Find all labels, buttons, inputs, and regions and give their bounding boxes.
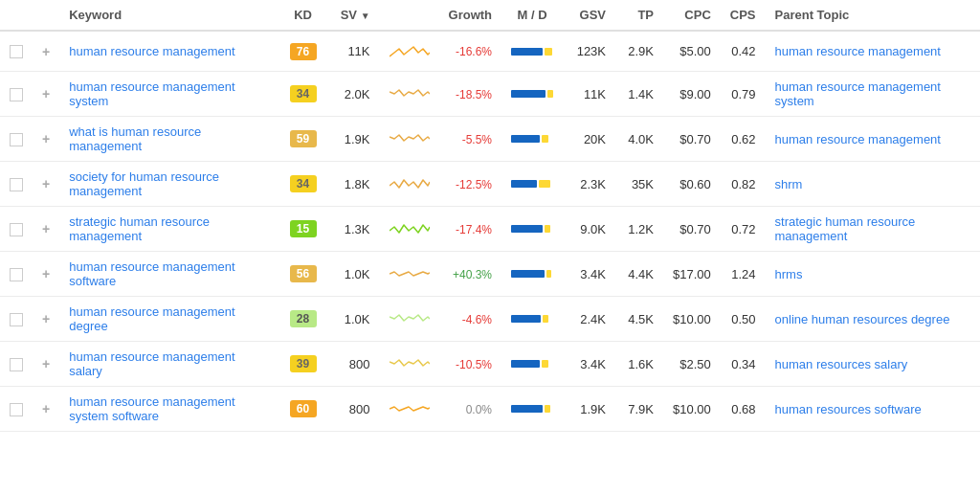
- sparkline-chart: [390, 262, 430, 283]
- row-plus-cell: +: [33, 252, 59, 297]
- row-checkbox[interactable]: [10, 178, 23, 191]
- row-expand-icon[interactable]: +: [42, 356, 50, 371]
- row-checkbox[interactable]: [10, 45, 23, 58]
- keyword-link[interactable]: human resource management salary: [69, 349, 234, 378]
- header-growth[interactable]: Growth: [439, 0, 502, 31]
- cpc-value: $10.00: [673, 402, 711, 416]
- row-checkbox[interactable]: [10, 403, 23, 416]
- row-chart-cell: [380, 162, 439, 207]
- md-bar: [511, 360, 553, 368]
- sparkline-chart: [390, 397, 430, 418]
- keyword-link[interactable]: human resource management system softwar…: [69, 394, 234, 423]
- row-cpc-cell: $2.50: [663, 342, 721, 387]
- row-expand-icon[interactable]: +: [42, 311, 50, 326]
- row-checkbox[interactable]: [10, 223, 23, 236]
- row-kd-cell: 76: [279, 31, 327, 72]
- row-expand-icon[interactable]: +: [42, 44, 50, 59]
- row-kd-cell: 34: [279, 72, 327, 117]
- keyword-link[interactable]: strategic human resource management: [69, 214, 210, 243]
- header-keyword[interactable]: Keyword: [59, 0, 278, 31]
- row-plus-cell: +: [33, 72, 59, 117]
- header-gsv[interactable]: GSV: [563, 0, 615, 31]
- parent-topic-link[interactable]: human resources software: [775, 402, 922, 416]
- row-tp-cell: 35K: [615, 162, 663, 207]
- md-bar-blue: [511, 360, 540, 368]
- sv-value: 2.0K: [345, 87, 370, 101]
- md-bar-yellow: [542, 135, 548, 143]
- sv-value: 800: [349, 402, 370, 416]
- header-sv[interactable]: SV ▼: [327, 0, 380, 31]
- keyword-link[interactable]: human resource management system: [69, 79, 234, 108]
- row-cps-cell: 0.50: [721, 297, 766, 342]
- header-cps[interactable]: CPS: [721, 0, 766, 31]
- md-bar-blue: [511, 225, 543, 233]
- sv-value: 1.3K: [345, 222, 370, 236]
- row-parent-cell: human resources salary: [766, 342, 980, 387]
- row-parent-cell: human resource management system: [766, 72, 980, 117]
- parent-topic-link[interactable]: strategic human resource management: [775, 214, 916, 243]
- md-bar-yellow: [545, 405, 550, 413]
- table-row: + strategic human resource management 15…: [0, 207, 980, 252]
- row-checkbox-cell: [0, 387, 33, 432]
- row-cps-cell: 0.42: [721, 31, 766, 72]
- gsv-value: 2.4K: [580, 312, 606, 326]
- header-cpc[interactable]: CPC: [663, 0, 721, 31]
- md-bar-yellow: [546, 270, 551, 278]
- growth-value: -17.4%: [456, 223, 492, 236]
- header-check: [0, 0, 33, 31]
- cpc-value: $0.60: [679, 177, 711, 191]
- kd-badge: 34: [290, 85, 317, 102]
- row-expand-icon[interactable]: +: [42, 221, 50, 236]
- row-expand-icon[interactable]: +: [42, 401, 50, 416]
- row-keyword-cell: society for human resource management: [59, 162, 278, 207]
- md-bar-yellow: [539, 180, 550, 188]
- md-bar: [511, 90, 553, 98]
- row-checkbox[interactable]: [10, 268, 23, 281]
- row-checkbox[interactable]: [10, 313, 23, 326]
- tp-value: 4.4K: [628, 267, 654, 281]
- gsv-value: 20K: [584, 132, 606, 146]
- row-checkbox[interactable]: [10, 358, 23, 371]
- row-tp-cell: 1.6K: [615, 342, 663, 387]
- parent-topic-link[interactable]: human resource management: [775, 44, 941, 58]
- parent-topic-link[interactable]: shrm: [775, 177, 803, 191]
- row-checkbox[interactable]: [10, 133, 23, 146]
- row-chart-cell: [380, 342, 439, 387]
- cpc-value: $10.00: [673, 312, 711, 326]
- parent-topic-link[interactable]: human resources salary: [775, 357, 908, 371]
- header-parent-topic[interactable]: Parent Topic: [766, 0, 980, 31]
- row-gsv-cell: 2.3K: [563, 162, 615, 207]
- keyword-link[interactable]: human resource management software: [69, 259, 234, 288]
- header-kd[interactable]: KD: [279, 0, 327, 31]
- parent-topic-link[interactable]: human resource management: [775, 132, 941, 146]
- row-cpc-cell: $0.70: [663, 117, 721, 162]
- header-md[interactable]: M / D: [501, 0, 563, 31]
- row-chart-cell: [380, 207, 439, 252]
- row-expand-icon[interactable]: +: [42, 86, 50, 101]
- parent-topic-link[interactable]: human resource management system: [775, 79, 941, 108]
- row-parent-cell: human resources software: [766, 387, 980, 432]
- parent-topic-link[interactable]: online human resources degree: [775, 312, 950, 326]
- keyword-link[interactable]: society for human resource management: [69, 169, 219, 198]
- parent-topic-link[interactable]: hrms: [775, 267, 803, 281]
- keyword-link[interactable]: human resource management: [69, 44, 234, 58]
- row-expand-icon[interactable]: +: [42, 131, 50, 146]
- row-checkbox[interactable]: [10, 88, 23, 101]
- gsv-value: 3.4K: [580, 267, 606, 281]
- cps-value: 0.62: [731, 132, 755, 146]
- row-growth-cell: -18.5%: [439, 72, 502, 117]
- table-row: + human resource management system 34 2.…: [0, 72, 980, 117]
- row-expand-icon[interactable]: +: [42, 266, 50, 281]
- cps-value: 1.24: [731, 267, 755, 281]
- row-gsv-cell: 3.4K: [563, 342, 615, 387]
- keyword-link[interactable]: human resource management degree: [69, 304, 234, 333]
- row-md-cell: [501, 31, 563, 72]
- row-sv-cell: 2.0K: [327, 72, 380, 117]
- row-tp-cell: 1.4K: [615, 72, 663, 117]
- row-cps-cell: 0.34: [721, 342, 766, 387]
- row-expand-icon[interactable]: +: [42, 176, 50, 191]
- md-bar-blue: [511, 90, 546, 98]
- cps-value: 0.42: [731, 44, 755, 58]
- header-tp[interactable]: TP: [615, 0, 663, 31]
- keyword-link[interactable]: what is human resource management: [69, 124, 201, 153]
